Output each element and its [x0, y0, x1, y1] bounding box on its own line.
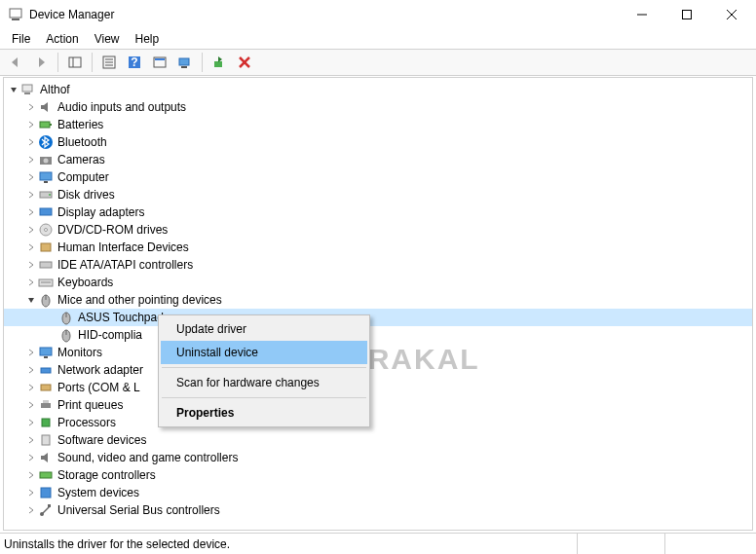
chevron-right-icon[interactable] — [25, 277, 37, 288]
device-label: HID-complia — [78, 328, 142, 342]
toolbar-separator — [92, 53, 93, 72]
category-label: Processors — [57, 416, 116, 429]
chevron-right-icon[interactable] — [25, 487, 37, 499]
chevron-right-icon[interactable] — [25, 364, 37, 376]
computer-icon — [20, 82, 36, 97]
ctx-scan-hardware[interactable]: Scan for hardware changes — [161, 371, 367, 394]
svg-rect-49 — [41, 403, 51, 408]
category-cameras[interactable]: Cameras — [4, 151, 752, 168]
ide-icon — [38, 257, 54, 273]
device-hid-mouse[interactable]: HID-complia — [4, 326, 752, 344]
chevron-right-icon[interactable] — [25, 469, 37, 481]
category-label: Computer — [57, 170, 109, 184]
svg-text:?: ? — [131, 55, 137, 69]
chevron-down-icon[interactable] — [8, 84, 19, 95]
back-button[interactable] — [4, 51, 27, 74]
chevron-down-icon[interactable] — [25, 294, 37, 306]
cpu-icon — [38, 415, 54, 430]
device-asus-touchpad[interactable]: ASUS Touchpad — [4, 309, 752, 326]
chevron-right-icon[interactable] — [25, 189, 37, 201]
uninstall-button[interactable] — [233, 51, 256, 74]
category-label: Network adapter — [57, 363, 143, 377]
svg-rect-29 — [44, 181, 48, 183]
chevron-right-icon[interactable] — [25, 452, 37, 463]
category-label: Sound, video and game controllers — [57, 451, 238, 464]
scan-hardware-button[interactable] — [173, 51, 197, 74]
menu-view[interactable]: View — [87, 30, 128, 48]
forward-button[interactable] — [29, 51, 53, 74]
properties-button[interactable] — [97, 51, 121, 74]
chevron-right-icon[interactable] — [25, 347, 37, 358]
minimize-button[interactable] — [620, 0, 664, 29]
action-button[interactable] — [148, 51, 171, 74]
status-text: Uninstalls the driver for the selected d… — [4, 537, 577, 551]
category-ports[interactable]: Ports (COM & L — [4, 379, 752, 396]
category-storage[interactable]: Storage controllers — [4, 466, 752, 484]
category-label: Ports (COM & L — [57, 381, 140, 394]
chevron-right-icon[interactable] — [25, 136, 37, 148]
category-label: Batteries — [57, 118, 103, 131]
menu-file[interactable]: File — [4, 30, 38, 48]
chevron-right-icon[interactable] — [25, 171, 37, 183]
drive-icon — [38, 187, 54, 203]
category-hid[interactable]: Human Interface Devices — [4, 239, 752, 256]
chevron-right-icon[interactable] — [25, 504, 37, 516]
category-processors[interactable]: Processors — [4, 414, 752, 431]
chevron-right-icon[interactable] — [25, 241, 37, 253]
chevron-right-icon[interactable] — [25, 382, 37, 393]
category-disk[interactable]: Disk drives — [4, 186, 752, 203]
category-print[interactable]: Print queues — [4, 396, 752, 414]
display-adapter-icon — [38, 204, 54, 220]
chevron-right-icon[interactable] — [25, 434, 37, 446]
chevron-right-icon[interactable] — [25, 101, 37, 113]
port-icon — [38, 380, 54, 395]
svg-rect-48 — [41, 385, 51, 390]
mouse-icon — [38, 292, 54, 308]
category-computer[interactable]: Computer — [4, 168, 752, 186]
chevron-right-icon[interactable] — [25, 119, 37, 130]
category-dvd[interactable]: DVD/CD-ROM drives — [4, 221, 752, 239]
speaker-icon — [38, 99, 54, 115]
toolbar-separator — [57, 53, 58, 72]
chevron-right-icon[interactable] — [25, 206, 37, 218]
menu-help[interactable]: Help — [128, 30, 168, 48]
category-label: Print queues — [57, 398, 123, 412]
category-bluetooth[interactable]: Bluetooth — [4, 133, 752, 151]
category-network[interactable]: Network adapter — [4, 361, 752, 379]
chevron-right-icon[interactable] — [25, 417, 37, 428]
category-audio[interactable]: Audio inputs and outputs — [4, 98, 752, 116]
category-monitors[interactable]: Monitors — [4, 344, 752, 361]
category-sound[interactable]: Sound, video and game controllers — [4, 449, 752, 466]
category-batteries[interactable]: Batteries — [4, 116, 752, 133]
ctx-uninstall-device[interactable]: Uninstall device — [161, 341, 367, 364]
status-cell — [664, 534, 752, 554]
category-ide[interactable]: IDE ATA/ATAPI controllers — [4, 256, 752, 274]
maximize-button[interactable] — [664, 0, 709, 29]
svg-rect-22 — [24, 92, 30, 94]
chevron-right-icon[interactable] — [25, 399, 37, 411]
disc-icon — [38, 222, 54, 238]
ctx-properties[interactable]: Properties — [161, 401, 367, 425]
category-display[interactable]: Display adapters — [4, 203, 752, 221]
printer-icon — [38, 397, 54, 413]
category-usb[interactable]: Universal Serial Bus controllers — [4, 501, 752, 519]
category-software[interactable]: Software devices — [4, 431, 752, 449]
ctx-update-driver[interactable]: Update driver — [161, 317, 367, 341]
svg-rect-21 — [22, 85, 32, 92]
category-system[interactable]: System devices — [4, 484, 752, 501]
chevron-right-icon[interactable] — [25, 154, 37, 166]
chevron-right-icon[interactable] — [25, 259, 37, 271]
close-button[interactable] — [709, 0, 754, 29]
svg-point-34 — [45, 229, 48, 232]
category-label: Cameras — [57, 153, 105, 166]
help-button[interactable]: ? — [123, 51, 146, 74]
toolbar-separator — [202, 53, 203, 72]
tree-root[interactable]: Althof — [4, 81, 752, 98]
device-tree[interactable]: Althof Audio inputs and outputs Batterie… — [3, 77, 753, 531]
show-hide-tree-button[interactable] — [63, 51, 87, 74]
category-mice[interactable]: Mice and other pointing devices — [4, 291, 752, 309]
menu-action[interactable]: Action — [38, 30, 86, 48]
category-keyboards[interactable]: Keyboards — [4, 274, 752, 291]
chevron-right-icon[interactable] — [25, 224, 37, 236]
update-driver-button[interactable] — [208, 51, 231, 74]
